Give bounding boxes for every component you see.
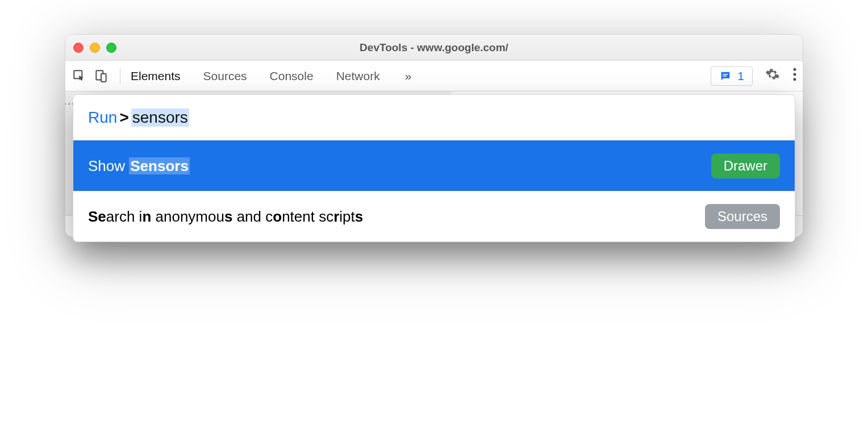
gear-icon <box>765 67 780 82</box>
command-menu-input-row[interactable]: Run > sensors <box>73 95 795 140</box>
command-badge-sources: Sources <box>705 204 780 229</box>
command-menu-item-show-sensors[interactable]: Show Sensors Drawer <box>73 140 795 191</box>
zoom-window-button[interactable] <box>106 43 116 53</box>
tab-sources[interactable]: Sources <box>203 69 247 83</box>
command-menu: Run > sensors Show Sensors Drawer Search… <box>73 94 795 242</box>
run-label: Run <box>88 109 117 127</box>
kebab-icon <box>792 67 797 82</box>
svg-point-6 <box>794 73 796 76</box>
svg-rect-3 <box>723 74 728 74</box>
more-options-button[interactable] <box>792 67 797 85</box>
command-menu-item-search-scripts[interactable]: Search in anonymous and content scripts … <box>73 191 795 242</box>
command-query: sensors <box>131 109 189 127</box>
issues-count: 1 <box>737 69 744 83</box>
tab-network[interactable]: Network <box>336 69 380 83</box>
issues-counter[interactable]: 1 <box>711 66 753 86</box>
toolbar-separator <box>120 68 120 85</box>
window-titlebar: DevTools - www.google.com/ <box>65 35 803 61</box>
device-toolbar-icon[interactable] <box>93 68 110 85</box>
svg-point-5 <box>794 68 796 71</box>
command-item-label: Show Sensors <box>88 157 190 175</box>
command-item-label: Search in anonymous and content scripts <box>88 208 363 226</box>
more-tabs-button[interactable]: » <box>405 69 412 83</box>
mac-traffic-lights <box>73 43 116 53</box>
svg-rect-2 <box>101 73 106 81</box>
close-window-button[interactable] <box>73 43 84 53</box>
inspect-element-icon[interactable] <box>71 68 88 85</box>
devtools-toolbar: Elements Sources Console Network » 1 <box>65 61 803 91</box>
window-title: DevTools - www.google.com/ <box>65 41 803 54</box>
chat-icon <box>719 70 732 82</box>
tab-elements[interactable]: Elements <box>131 69 181 83</box>
svg-rect-4 <box>723 76 727 76</box>
command-badge-drawer: Drawer <box>711 153 780 178</box>
settings-button[interactable] <box>765 67 780 85</box>
tab-console[interactable]: Console <box>270 69 314 83</box>
svg-point-7 <box>794 78 796 81</box>
minimize-window-button[interactable] <box>90 43 100 53</box>
command-prompt: > <box>119 109 128 127</box>
